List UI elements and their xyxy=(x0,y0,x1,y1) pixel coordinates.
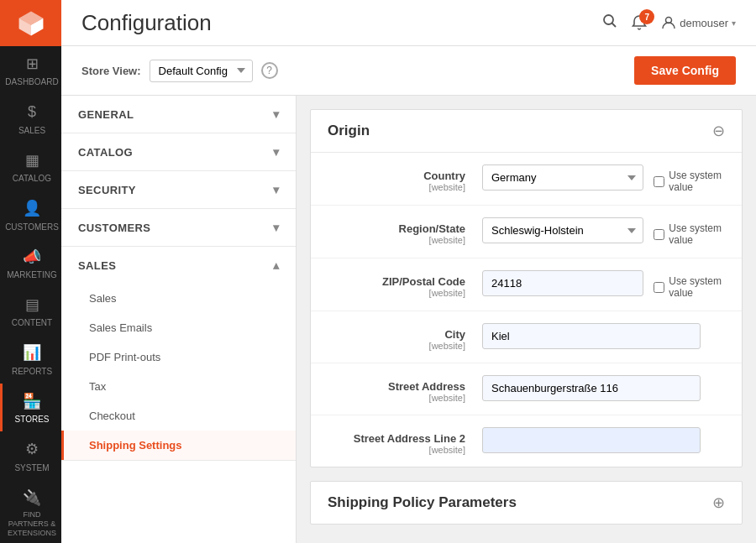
origin-panel-title: Origin xyxy=(328,123,370,139)
shipping-policy-toggle[interactable]: ⊕ xyxy=(712,493,725,512)
system-icon: ⚙ xyxy=(25,440,39,459)
catalog-section-header[interactable]: CATALOG ▾ xyxy=(61,133,296,170)
zip-input[interactable] xyxy=(482,270,643,296)
city-label: City xyxy=(444,328,465,341)
stores-icon: 🏪 xyxy=(23,392,41,411)
region-use-system: Use systemvalue xyxy=(654,217,722,246)
sales-sub-item-sales[interactable]: Sales xyxy=(61,284,296,313)
main-area: Configuration 7 demouser ▾ Store View: D… xyxy=(61,0,756,543)
find-partners-icon: 🔌 xyxy=(23,488,41,508)
notif-badge: 7 xyxy=(639,9,654,24)
zip-sub-label: [website] xyxy=(331,288,465,298)
sidebar-item-customers[interactable]: 👤 CUSTOMERS xyxy=(0,191,61,238)
general-section-header[interactable]: GENERAL ▾ xyxy=(61,96,296,133)
config-section-catalog: CATALOG ▾ xyxy=(61,133,296,171)
country-row: Country [website] Germany United States … xyxy=(311,153,742,206)
zip-use-system-label: Use systemvalue xyxy=(669,275,722,299)
sidebar-item-dashboard[interactable]: ⊞ DASHBOARD xyxy=(0,46,61,94)
sidebar-item-find-partners[interactable]: 🔌 FIND PARTNERS & EXTENSIONS xyxy=(0,480,61,543)
sales-sub-item-shipping-settings[interactable]: Shipping Settings xyxy=(61,431,296,460)
street2-label: Street Address Line 2 xyxy=(354,432,465,445)
country-use-system: Use systemvalue xyxy=(654,164,722,193)
country-use-system-checkbox[interactable] xyxy=(654,176,664,187)
region-use-system-checkbox[interactable] xyxy=(654,229,664,240)
reports-icon: 📊 xyxy=(23,343,41,363)
content-wrapper: GENERAL ▾ CATALOG ▾ SECURITY ▾ xyxy=(61,96,756,543)
shipping-policy-header: Shipping Policy Parameters ⊕ xyxy=(311,482,742,524)
nav-logo[interactable] xyxy=(0,0,61,46)
svg-point-0 xyxy=(604,15,613,24)
sidebar-item-system[interactable]: ⚙ SYSTEM xyxy=(0,431,61,479)
sidebar-item-stores[interactable]: 🏪 STORES xyxy=(0,384,61,431)
sales-chevron-icon: ▴ xyxy=(273,258,279,272)
city-sub-label: [website] xyxy=(331,341,465,351)
catalog-icon: ▦ xyxy=(25,151,39,170)
zip-use-system: Use systemvalue xyxy=(654,270,722,299)
dashboard-icon: ⊞ xyxy=(26,55,39,74)
notifications-button[interactable]: 7 xyxy=(631,14,648,31)
sales-sub-items: Sales Sales Emails PDF Print-outs Tax Ch… xyxy=(61,284,296,460)
marketing-icon: 📣 xyxy=(23,248,41,267)
sales-sub-item-emails[interactable]: Sales Emails xyxy=(61,313,296,342)
general-chevron-icon: ▾ xyxy=(273,107,279,121)
config-sidebar: GENERAL ▾ CATALOG ▾ SECURITY ▾ xyxy=(61,96,297,543)
origin-panel-toggle[interactable]: ⊖ xyxy=(712,122,725,140)
sales-section-header[interactable]: SALES ▴ xyxy=(61,247,296,284)
save-config-button[interactable]: Save Config xyxy=(634,56,736,85)
nav-label-dashboard: DASHBOARD xyxy=(5,76,58,87)
region-use-system-label: Use systemvalue xyxy=(669,222,722,246)
origin-panel-header: Origin ⊖ xyxy=(311,110,742,153)
sidebar-item-catalog[interactable]: ▦ CATALOG xyxy=(0,143,61,191)
page-title: Configuration xyxy=(81,10,212,36)
sidebar-item-content[interactable]: ▤ CONTENT xyxy=(0,287,61,335)
security-section-header[interactable]: SECURITY ▾ xyxy=(61,171,296,208)
config-section-customers: CUSTOMERS ▾ xyxy=(61,209,296,247)
sales-sub-item-tax[interactable]: Tax xyxy=(61,372,296,401)
origin-panel: Origin ⊖ Country [website] Germany Unite… xyxy=(310,109,743,467)
sidebar-item-reports[interactable]: 📊 REPORTS xyxy=(0,335,61,383)
nav-label-catalog: CATALOG xyxy=(13,173,51,184)
country-label: Country xyxy=(423,170,465,182)
top-header: Configuration 7 demouser ▾ xyxy=(61,0,756,46)
street2-sub-label: [website] xyxy=(331,445,465,455)
shipping-policy-title: Shipping Policy Parameters xyxy=(328,494,517,511)
svg-line-1 xyxy=(612,23,617,27)
customers-section-header[interactable]: CUSTOMERS ▾ xyxy=(61,209,296,246)
content-icon: ▤ xyxy=(25,295,39,315)
country-use-system-label: Use systemvalue xyxy=(669,170,722,193)
nav-label-content: CONTENT xyxy=(12,317,52,328)
region-sub-label: [website] xyxy=(331,235,465,245)
street2-input[interactable] xyxy=(482,427,701,453)
shipping-policy-panel: Shipping Policy Parameters ⊕ xyxy=(310,481,743,525)
search-button[interactable] xyxy=(602,13,617,33)
nav-label-marketing: MARKETING xyxy=(7,269,56,280)
general-label: GENERAL xyxy=(78,108,134,121)
store-view-select[interactable]: Default Config xyxy=(150,60,253,82)
country-select[interactable]: Germany United States France Austria xyxy=(482,164,643,191)
sidebar-item-marketing[interactable]: 📣 MARKETING xyxy=(0,239,61,287)
customers-label: CUSTOMERS xyxy=(78,222,150,234)
street-label: Street Address xyxy=(388,380,465,393)
region-label: Region/State xyxy=(399,222,465,235)
sales-sub-item-checkout[interactable]: Checkout xyxy=(61,401,296,431)
zip-use-system-checkbox[interactable] xyxy=(654,282,664,293)
header-actions: 7 demouser ▾ xyxy=(602,13,736,33)
nav-label-system: SYSTEM xyxy=(14,462,49,473)
help-icon[interactable]: ? xyxy=(261,62,278,79)
config-section-sales: SALES ▴ Sales Sales Emails PDF Print-out… xyxy=(61,247,296,461)
city-input[interactable] xyxy=(482,323,701,349)
user-menu-button[interactable]: demouser ▾ xyxy=(661,15,736,30)
store-view-label: Store View: xyxy=(81,65,141,77)
catalog-chevron-icon: ▾ xyxy=(273,145,279,159)
catalog-label: CATALOG xyxy=(78,146,133,159)
sales-label: SALES xyxy=(78,259,116,272)
zip-label: ZIP/Postal Code xyxy=(382,275,465,288)
sidebar-item-sales[interactable]: $ SALES xyxy=(0,94,61,142)
customers-chevron-icon: ▾ xyxy=(273,221,279,234)
region-select[interactable]: Schleswig-Holstein Bavaria Berlin Hambur… xyxy=(482,217,643,243)
sales-sub-item-pdf[interactable]: PDF Print-outs xyxy=(61,342,296,372)
street-input[interactable] xyxy=(482,375,701,401)
form-area: Origin ⊖ Country [website] Germany Unite… xyxy=(297,96,756,543)
user-chevron-icon: ▾ xyxy=(732,18,736,28)
user-name: demouser xyxy=(680,17,728,29)
